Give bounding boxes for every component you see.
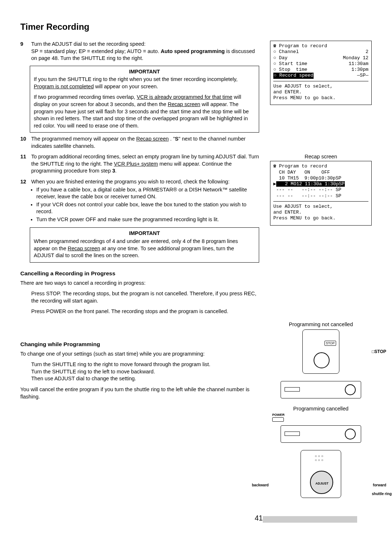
figure-remote-stop: STOP □STOP [270, 329, 372, 374]
text: There are two ways to cancel a recording… [20, 280, 259, 287]
osd-row: --- -- --:-- --:-- SP [273, 193, 368, 199]
shuttle-ring-label: shuttle ring [372, 492, 392, 496]
osd-label: Start time [273, 61, 307, 67]
step-body: To program additional recording times, s… [31, 153, 259, 175]
step-9: 9 Turn the ADJUST dial to set the record… [20, 41, 259, 62]
text: Turn the SHUTTLE ring to the left to mov… [31, 368, 259, 376]
text: The programmed memory will appear on the [31, 136, 136, 142]
osd-help: and ENTER. [273, 210, 368, 215]
osd-recap-screen: Program to record CH DAY ON OFF 10 TH15 … [270, 161, 372, 225]
osd-value: 11:30am [348, 61, 368, 67]
subheading-changing: Changing while Programming [20, 341, 259, 348]
important-box-2: IMPORTANT When programmed recordings of … [30, 227, 259, 262]
underline: Recap screen [136, 136, 168, 142]
power-label: POWER [272, 413, 372, 417]
backward-label: backward [252, 483, 269, 487]
text: will appear on your screen. [95, 84, 158, 89]
osd-label: Channel [273, 49, 299, 55]
important-box-1: IMPORTANT If you turn the SHUTTLE ring t… [30, 66, 259, 133]
osd-help: Use ADJUST to select, [273, 84, 368, 89]
two-column-layout: 9 Turn the ADJUST dial to set the record… [20, 41, 372, 505]
osd-row-selected: ▶ 2 MO12 11:30a 1:30pSP [273, 181, 368, 187]
underline: Recap screen [68, 246, 100, 251]
text: If you turn the SHUTTLE ring to the righ… [34, 76, 255, 90]
body-column: 9 Turn the ADJUST dial to set the record… [20, 41, 259, 505]
text: To change one of your settings (such as … [20, 351, 259, 358]
subheading-cancelling: Cancelling a Recording in Progress [20, 270, 259, 278]
text: Turn the SHUTTLE ring to the right to mo… [31, 361, 259, 368]
stop-button: STOP [324, 341, 336, 346]
forward-label: forward [373, 483, 386, 487]
important-label: IMPORTANT [34, 230, 255, 237]
adjust-label: ADJUST [315, 482, 328, 485]
osd-label-selected: Record speed [273, 73, 314, 78]
auto-speed-term: Auto speed programming [161, 48, 225, 54]
osd-label: Day [273, 55, 287, 61]
step-body: Turn the ADJUST dial to set the recordin… [31, 41, 259, 62]
osd-value: 1:30pm [351, 67, 368, 73]
osd-row: 10 TH15 9:00p10:30pSP [273, 175, 368, 181]
underline: Recap screen [168, 101, 200, 107]
list-item: If your VCR does not control your cable … [36, 201, 259, 215]
text-block: Turn the SHUTTLE ring to the right to mo… [31, 361, 259, 382]
osd-help: Press MENU to go back. [273, 215, 368, 221]
text: When programmed recordings of 4 and unde… [34, 238, 255, 259]
text: You will cancel the entire program if yo… [20, 386, 259, 400]
text: If you turn the SHUTTLE ring to the righ… [34, 76, 237, 82]
osd-value: 2 [366, 49, 368, 55]
text: Then use ADJUST dial to change the setti… [31, 375, 259, 382]
text: If two programmed recording times overla… [34, 94, 137, 100]
list-item: Turn the VCR power OFF and make sure the… [36, 216, 259, 223]
step-12: 12 When you are finished entering the pr… [20, 178, 259, 224]
page-title: Timer Recording [20, 22, 372, 32]
osd-value: Monday 12 [343, 55, 368, 61]
step-body: When you are finished entering the progr… [31, 178, 259, 224]
step-number: 10 [20, 135, 31, 150]
text: Turn the ADJUST dial to set the recordin… [31, 41, 146, 47]
sidebar-column: Program to record Channel2 DayMonday 12 … [270, 41, 372, 505]
osd-title: Program to record [273, 163, 368, 169]
figure-adjust-dial: ADJUST ○ ○ ○○ ○ ○ backward forward shutt… [270, 450, 372, 498]
osd-title: Program to record [273, 43, 368, 49]
figure-vcr-2 [281, 425, 361, 443]
osd-help: and ENTER. [273, 89, 368, 95]
osd-header: CH DAY ON OFF [273, 170, 368, 175]
step-11: 11 To program additional recording times… [20, 153, 259, 175]
stop-label: □STOP [372, 349, 386, 354]
text: . [115, 168, 117, 174]
important-label: IMPORTANT [34, 68, 255, 76]
underline: VCR is already programmed for that time [137, 94, 233, 100]
osd-program-to-record: Program to record Channel2 DayMonday 12 … [270, 41, 372, 105]
figure-power: POWER [272, 413, 372, 423]
osd-help: Press MENU to go back. [273, 95, 368, 101]
text: . " [170, 136, 175, 142]
bold: S [175, 136, 179, 142]
caption-recap: Recap screen [270, 154, 372, 159]
step-number: 9 [20, 41, 31, 62]
step-body: The programmed memory will appear on the… [31, 135, 259, 150]
figure-vcr [281, 381, 361, 398]
osd-row: --- -- --:-- --:-- SP [273, 187, 368, 193]
text: If two programmed recording times overla… [34, 94, 255, 129]
underline: VCR Plus+ system [114, 161, 158, 167]
step-number: 12 [20, 178, 31, 224]
text: When you are finished entering the progr… [31, 179, 229, 185]
osd-label: Stop time [273, 67, 307, 73]
text: Press STOP. The recording stops, but the… [31, 290, 259, 304]
caption-cancelled: Programming cancelled [270, 406, 372, 412]
footer-bar [263, 516, 357, 523]
text: SP = standard play; EP = extended play; … [31, 48, 161, 54]
caption-not-cancelled: Programming not cancelled [270, 321, 372, 327]
osd-help: Use ADJUST to select, [273, 204, 368, 210]
underline: Program is not completed [34, 84, 94, 89]
text: Press POWER on the front panel. The reco… [31, 308, 259, 315]
step-10: 10 The programmed memory will appear on … [20, 135, 259, 150]
osd-value: —SP— [357, 73, 368, 78]
list-item: If you have a cable box, a digital cable… [36, 186, 259, 200]
step-number: 11 [20, 153, 31, 175]
